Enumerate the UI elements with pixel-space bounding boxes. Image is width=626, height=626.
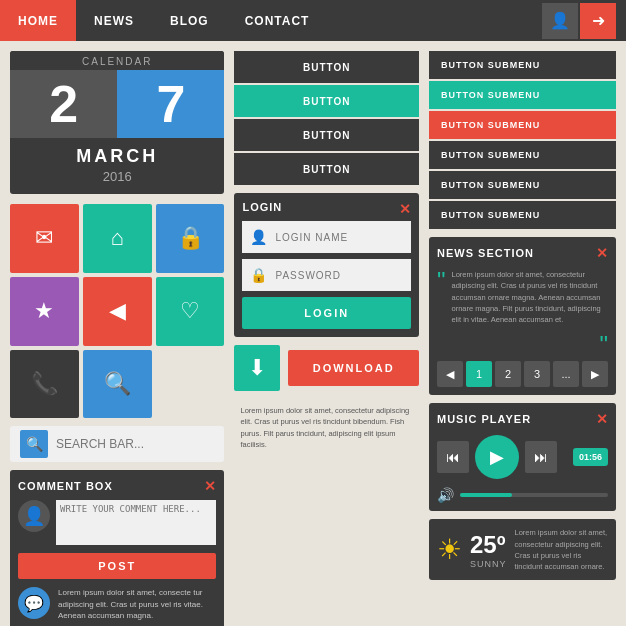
time-badge: 01:56 — [573, 448, 608, 466]
submenu-item-5[interactable]: BUTTON SUBMENU — [429, 171, 616, 199]
nav-blog[interactable]: BLOG — [152, 0, 227, 41]
weather-unit: º — [497, 531, 506, 559]
music-player: MUSIC PLAYER ✕ ⏮ ▶ ⏭ 01:56 🔊 — [429, 403, 616, 511]
player-close-btn[interactable]: ✕ — [596, 411, 608, 427]
page-3-btn[interactable]: 3 — [524, 361, 550, 387]
comment-area-wrap: 👤 — [18, 500, 216, 545]
submenu-item-3[interactable]: BUTTON SUBMENU — [429, 111, 616, 139]
share-icon[interactable]: ◀ — [83, 277, 152, 346]
icon-grid: ✉ ⌂ 🔒 ★ ◀ ♡ 📞 🔍 — [10, 204, 224, 418]
comment-box-header: COMMENT BOX ✕ — [18, 478, 216, 494]
home-icon[interactable]: ⌂ — [83, 204, 152, 273]
play-btn[interactable]: ▶ — [475, 435, 519, 479]
login-name-field: 👤 — [242, 221, 411, 253]
next-page-btn[interactable]: ▶ — [582, 361, 608, 387]
search-bar: 🔍 — [10, 426, 224, 462]
download-button[interactable]: DOWNLOAD — [288, 350, 419, 386]
prev-page-btn[interactable]: ◀ — [437, 361, 463, 387]
navbar: HOME NEWS BLOG CONTACT 👤 ➜ — [0, 0, 626, 41]
player-controls: ⏮ ▶ ⏭ 01:56 — [437, 435, 608, 479]
forward-btn[interactable]: ⏭ — [525, 441, 557, 473]
page-2-btn[interactable]: 2 — [495, 361, 521, 387]
comment-box: COMMENT BOX ✕ 👤 POST 💬 Lorem ipsum dolor… — [10, 470, 224, 626]
mail-icon[interactable]: ✉ — [10, 204, 79, 273]
submenu-item-2[interactable]: BUTTON SUBMENU — [429, 81, 616, 109]
calendar-dates: 2 7 — [10, 70, 224, 138]
news-text: Lorem ipsum dolor sit amet, consectetur … — [452, 269, 608, 325]
player-bar: 🔊 — [437, 487, 608, 503]
calendar-month: MARCH — [10, 138, 224, 169]
button-3[interactable]: BUTTON — [234, 119, 419, 151]
rewind-btn[interactable]: ⏮ — [437, 441, 469, 473]
login-title: LOGIN — [242, 201, 411, 213]
search-input[interactable] — [56, 437, 214, 451]
button-list: BUTTON BUTTON BUTTON BUTTON — [234, 51, 419, 185]
login-box: LOGIN ✕ 👤 🔒 LOGIN — [234, 193, 419, 337]
user-field-icon: 👤 — [250, 229, 267, 245]
nav-news[interactable]: NEWS — [76, 0, 152, 41]
calendar-day2: 7 — [117, 70, 224, 138]
comment-preview: 💬 Lorem ipsum dolor sit amet, consecte t… — [18, 587, 216, 621]
submenu-item-1[interactable]: BUTTON SUBMENU — [429, 51, 616, 79]
chat-icon: 💬 — [18, 587, 50, 619]
login-name-input[interactable] — [275, 232, 402, 243]
volume-icon[interactable]: 🔊 — [437, 487, 454, 503]
lock-icon[interactable]: 🔒 — [156, 204, 225, 273]
player-title: MUSIC PLAYER — [437, 413, 531, 425]
weather-label: SUNNY — [470, 559, 507, 569]
post-button[interactable]: POST — [18, 553, 216, 579]
calendar-day1: 2 — [10, 70, 117, 138]
lorem-text-mid: Lorem ipsum dolor sit amet, consectetur … — [234, 399, 419, 456]
lock-field-icon: 🔒 — [250, 267, 267, 283]
download-icon: ⬇ — [234, 345, 280, 391]
calendar-header: CALENDAR — [10, 51, 224, 70]
page-1-btn[interactable]: 1 — [466, 361, 492, 387]
left-column: CALENDAR 2 7 MARCH 2016 ✉ ⌂ 🔒 ★ ◀ ♡ 📞 🔍 … — [10, 51, 224, 626]
nav-icons: 👤 ➜ — [542, 0, 626, 41]
login-pass-input[interactable] — [275, 270, 402, 281]
calendar-widget: CALENDAR 2 7 MARCH 2016 — [10, 51, 224, 194]
phone-icon[interactable]: 📞 — [10, 350, 79, 419]
search-icon-wrap: 🔍 — [20, 430, 48, 458]
comment-avatar: 👤 — [18, 500, 50, 532]
progress-track[interactable] — [460, 493, 608, 497]
arrow-right-icon[interactable]: ➜ — [580, 3, 616, 39]
login-close-btn[interactable]: ✕ — [399, 201, 411, 217]
submenu-item-6[interactable]: BUTTON SUBMENU — [429, 201, 616, 229]
button-1[interactable]: BUTTON — [234, 51, 419, 83]
news-header: NEWS SECTION ✕ — [437, 245, 608, 261]
comment-box-title: COMMENT BOX — [18, 480, 113, 492]
quote-open-icon: " — [437, 269, 446, 293]
news-title: NEWS SECTION — [437, 247, 534, 259]
comment-textarea[interactable] — [56, 500, 216, 545]
progress-fill — [460, 493, 512, 497]
weather-info: 25 º SUNNY — [470, 531, 507, 569]
weather-temp: 25 — [470, 531, 497, 559]
calendar-year: 2016 — [10, 169, 224, 194]
pagination: ◀ 1 2 3 ... ▶ — [437, 361, 608, 387]
news-close-btn[interactable]: ✕ — [596, 245, 608, 261]
nav-home[interactable]: HOME — [0, 0, 76, 41]
star-icon[interactable]: ★ — [10, 277, 79, 346]
user-icon[interactable]: 👤 — [542, 3, 578, 39]
player-header: MUSIC PLAYER ✕ — [437, 411, 608, 427]
weather-text: Lorem ipsum dolor sit amet, consectetur … — [515, 527, 608, 572]
heart-icon[interactable]: ♡ — [156, 277, 225, 346]
submenu-item-4[interactable]: BUTTON SUBMENU — [429, 141, 616, 169]
comment-close-btn[interactable]: ✕ — [204, 478, 216, 494]
middle-column: BUTTON BUTTON BUTTON BUTTON LOGIN ✕ 👤 🔒 … — [234, 51, 419, 626]
news-section: NEWS SECTION ✕ " Lorem ipsum dolor sit a… — [429, 237, 616, 395]
nav-spacer — [327, 0, 542, 41]
login-pass-field: 🔒 — [242, 259, 411, 291]
download-bar: ⬇ DOWNLOAD — [234, 345, 419, 391]
quote-close-icon: " — [599, 331, 608, 358]
nav-contact[interactable]: CONTACT — [227, 0, 328, 41]
login-button[interactable]: LOGIN — [242, 297, 411, 329]
button-2[interactable]: BUTTON — [234, 85, 419, 117]
button-4[interactable]: BUTTON — [234, 153, 419, 185]
comment-preview-text: Lorem ipsum dolor sit amet, consecte tur… — [58, 587, 216, 621]
weather-bar: ☀ 25 º SUNNY Lorem ipsum dolor sit amet,… — [429, 519, 616, 580]
page-dots-btn[interactable]: ... — [553, 361, 579, 387]
search-icon[interactable]: 🔍 — [83, 350, 152, 419]
main-content: CALENDAR 2 7 MARCH 2016 ✉ ⌂ 🔒 ★ ◀ ♡ 📞 🔍 … — [0, 41, 626, 626]
